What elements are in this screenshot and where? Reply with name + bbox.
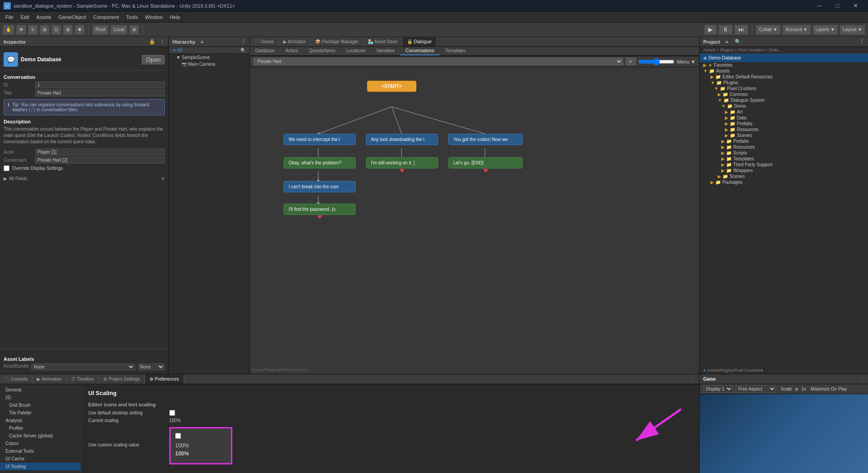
node-start[interactable]: <START> — [367, 81, 416, 92]
menu-gameobject[interactable]: GameObject — [55, 14, 90, 21]
menu-file[interactable]: File — [2, 14, 17, 21]
tree-wrappers[interactable]: ▶ 📁 Wrappers — [700, 168, 868, 173]
account-button[interactable]: Account ▼ — [782, 25, 811, 35]
tree-plugins[interactable]: ▼ 📁 Plugins — [700, 80, 868, 86]
tab-asset-store[interactable]: 🏪 Asset Store — [363, 37, 402, 46]
subtab-actors[interactable]: Actors — [280, 47, 303, 55]
tree-prefabs-demo[interactable]: ▶ 📁 Prefabs — [700, 121, 868, 127]
node-n2[interactable]: Any luck downloading the l — [366, 134, 438, 145]
subtab-templates[interactable]: Templates — [440, 47, 471, 55]
conversation-dropdown[interactable]: Private Hart — [253, 58, 623, 65]
subtab-variables[interactable]: Variables — [371, 47, 400, 55]
step-button[interactable]: ⏭ — [734, 25, 748, 35]
title-input[interactable] — [35, 90, 165, 96]
pivot-button[interactable]: Pivot — [92, 25, 108, 35]
tab-package-manager[interactable]: 📦 Package Manager — [311, 37, 363, 46]
node-canvas[interactable]: <START> We need to intercept the l Any l… — [250, 67, 699, 374]
display-dropdown[interactable]: Display 1 — [703, 385, 733, 393]
prefs-tile-palette[interactable]: Tile Palette — [0, 409, 81, 417]
prefs-colors[interactable]: Colors — [0, 440, 81, 447]
grid-button[interactable]: ⊞ — [129, 25, 139, 35]
prefs-gi-cache[interactable]: GI Cache — [0, 455, 81, 463]
move-tool[interactable]: ✥ — [16, 25, 26, 35]
tab-animation[interactable]: ▶ Animation — [32, 374, 67, 384]
tree-art[interactable]: ▶ 📁 Art — [700, 109, 868, 115]
play-button[interactable]: ▶ — [704, 25, 717, 35]
tree-third-party[interactable]: ▶ 📁 Third Party Support — [700, 162, 868, 168]
inspector-menu-icon[interactable]: ⋮ — [160, 39, 165, 45]
lock-icon[interactable]: 🔒 — [149, 39, 155, 45]
prefs-external-tools[interactable]: External Tools — [0, 447, 81, 455]
add-field-icon[interactable]: + — [161, 175, 165, 182]
subtab-locations[interactable]: Locations — [341, 47, 371, 55]
menu-component[interactable]: Component — [90, 14, 122, 21]
asset-bundle-variant-dropdown[interactable]: None — [138, 364, 165, 370]
node-r2[interactable]: I'm still working on it. [ — [366, 157, 438, 168]
menu-edit[interactable]: Edit — [17, 14, 33, 21]
minimize-button[interactable]: ─ — [810, 0, 828, 12]
prefs-default-checkbox[interactable] — [169, 410, 175, 416]
prefs-grid-brush[interactable]: Grid Brush — [0, 401, 81, 409]
prefs-profiler[interactable]: Profiler — [0, 424, 81, 432]
menu-convo-icon[interactable]: Menu ▼ — [677, 59, 696, 64]
project-menu-icon[interactable]: ⋮ — [859, 39, 864, 45]
tree-common[interactable]: ▶ 📁 Common — [700, 91, 868, 97]
node-r4[interactable]: I'll find the password. {s — [284, 204, 356, 215]
pause-button[interactable]: ⏸ — [719, 25, 732, 35]
hierarchy-maincamera[interactable]: 📷 Main Camera — [169, 61, 249, 68]
prefs-cache-server[interactable]: Cache Server (global) — [0, 432, 81, 440]
tab-timeline[interactable]: ⏱ Timeline — [67, 374, 99, 384]
scaling-checkbox[interactable] — [175, 433, 181, 439]
hierarchy-samplescene[interactable]: ▼ SampleScene — [169, 54, 249, 61]
override-checkbox[interactable] — [4, 165, 9, 171]
tree-scenes[interactable]: ▶ 📁 Scenes — [700, 173, 868, 179]
node-n3[interactable]: You got the codes! Now we — [448, 134, 523, 145]
subtab-quests[interactable]: Quests/Items — [303, 47, 341, 55]
tree-scripts[interactable]: ▶ 📁 Scripts — [700, 150, 868, 156]
hierarchy-all-btn[interactable]: ✦ All — [172, 48, 182, 53]
hierarchy-add-icon[interactable]: + — [201, 39, 203, 45]
node-n1[interactable]: We need to intercept the l — [284, 134, 356, 145]
project-search-icon[interactable]: 🔍 — [735, 39, 741, 45]
tree-prefabs[interactable]: ▶ 📁 Prefabs — [700, 138, 868, 144]
tab-project-settings[interactable]: ⚙ Project Settings — [99, 374, 145, 384]
hand-tool[interactable]: ✋ — [3, 25, 14, 35]
tree-data[interactable]: ▶ 📁 Data — [700, 115, 868, 121]
custom-tool[interactable]: ✱ — [75, 25, 85, 35]
rotate-tool[interactable]: ↻ — [28, 25, 38, 35]
maximize-button[interactable]: □ — [828, 0, 846, 12]
demo-database-item[interactable]: ◉ Demo Database — [700, 54, 868, 62]
prefs-analysis[interactable]: Analysis — [0, 417, 81, 424]
aspect-dropdown[interactable]: Free Aspect — [736, 385, 776, 393]
hierarchy-search-icon[interactable]: 🔍 — [240, 48, 246, 53]
tree-templates[interactable]: ▶ 📁 Templates — [700, 156, 868, 162]
convo-add-button[interactable]: + — [626, 58, 636, 65]
prefs-general[interactable]: General — [0, 386, 81, 394]
tree-assets[interactable]: ▼ 📁 Assets — [700, 68, 868, 74]
tree-pixel-crushers[interactable]: ▼ 📁 Pixel Crushers — [700, 86, 868, 91]
conversant-dropdown[interactable]: Private Hart [2] — [35, 157, 165, 164]
node-r3[interactable]: Let's go. [END] — [448, 157, 523, 168]
tree-scenes-demo[interactable]: ▶ 📁 Scenes — [700, 132, 868, 138]
prefs-2d[interactable]: 2D — [0, 394, 81, 401]
tab-preferences[interactable]: ⚙ Preferences — [145, 374, 184, 384]
menu-window[interactable]: Window — [141, 14, 166, 21]
menu-tools[interactable]: Tools — [122, 14, 141, 21]
all-fields-expand[interactable]: ▶ All Fields + — [4, 173, 165, 184]
tree-favorites[interactable]: ▶ ★ Favorites — [700, 62, 868, 68]
canvas-tab-menu[interactable]: ⋮ — [687, 37, 699, 46]
tree-demo[interactable]: ▼ 📁 Demo — [700, 103, 868, 109]
layout-button[interactable]: Layout ▼ — [840, 25, 865, 35]
id-input[interactable] — [35, 82, 165, 88]
open-button[interactable]: Open — [142, 55, 165, 64]
local-button[interactable]: Local — [110, 25, 127, 35]
subtab-database[interactable]: Database — [250, 47, 280, 55]
node-r1[interactable]: Okay, what's the problem? — [284, 157, 356, 168]
rect-tool[interactable]: ⊡ — [51, 25, 61, 35]
tree-resources-demo[interactable]: ▶ 📁 Resources — [700, 127, 868, 132]
scale-tool[interactable]: ⊞ — [40, 25, 50, 35]
game-menu-icon[interactable]: ⋮ — [860, 377, 864, 382]
transform-tool[interactable]: ⊠ — [63, 25, 73, 35]
tab-console[interactable]: ⬛ Console — [0, 374, 32, 384]
zoom-slider[interactable] — [638, 58, 674, 65]
